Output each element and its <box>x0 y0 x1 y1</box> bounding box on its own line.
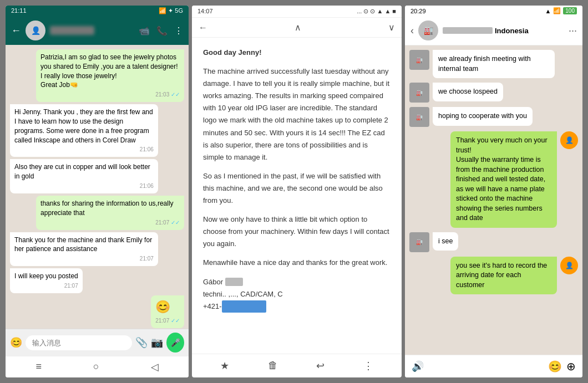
message-item: 🏭 i see <box>409 232 578 252</box>
email-greeting: Good day Jenny! <box>203 47 391 59</box>
message-time: 21:06 <box>14 182 154 190</box>
message-time: 21:07 <box>14 255 154 263</box>
status-bar-2: 14:07 ... ⊙ ⊙ ▲ ▲ ■ <box>192 6 402 18</box>
menu-icon[interactable]: ≡ <box>36 361 42 373</box>
voice-call-icon[interactable]: 📞 <box>156 25 168 36</box>
contact-name-1: Pa—ti <box>50 26 134 35</box>
group-avatar-3: 🏭 <box>418 21 438 40</box>
battery-icon-3: 100 <box>563 7 577 14</box>
back-icon[interactable]: ◁ <box>151 361 159 373</box>
message-item: 🏭 hoping to cooperate with you <box>409 107 578 127</box>
email-signature: Gábor ˉ·ˉncz techni.. ,..., CAD/CAM, C +… <box>203 276 391 313</box>
delete-button[interactable]: 🗑 <box>268 360 278 372</box>
wifi-icon-3: 📶 <box>553 7 561 14</box>
message-text: Patrizia,I am so glad to see the jewelry… <box>40 53 180 90</box>
status-icons-3: ▲ 📶 100 <box>545 7 577 14</box>
message-input[interactable] <box>26 335 132 350</box>
message-bubble: i see <box>433 232 458 251</box>
message-item: 😊 21:07 ✓✓ <box>151 295 184 328</box>
email-body: Good day Jenny! The machine arrived succ… <box>192 38 402 354</box>
header-action-icons: 📹 📞 ⋮ <box>139 25 183 36</box>
message-item: Also they are cut in copper and will loo… <box>10 159 158 193</box>
message-item: 🏭 we already finish meeting with interna… <box>409 50 578 78</box>
email-footer: ★ 🗑 ↩ ⋮ <box>192 354 402 377</box>
message-text: thanks for sharing the information to us… <box>40 199 180 218</box>
message-bubble: Thank you very much on your trust!Usuall… <box>450 131 557 228</box>
message-item: I will keep you posted 21:07 <box>10 268 83 293</box>
emoji-button-3[interactable]: 😊 <box>548 360 562 373</box>
blurred-name <box>443 27 493 34</box>
scroll-up-icon[interactable]: ∧ <box>295 22 301 33</box>
message-text: 😊 <box>155 299 180 316</box>
sender-thumbnail: 🏭 <box>409 50 429 70</box>
chat-messages-3: 🏭 we already finish meeting with interna… <box>405 45 582 355</box>
email-message-panel: 14:07 ... ⊙ ⊙ ▲ ▲ ■ ← ∧ ∨ Good day Jenny… <box>192 6 402 377</box>
whatsapp-chat-panel: 21:11 📶 ✦ 5G ← 👤 Pa—ti 📹 📞 ⋮ Patrizia,I … <box>6 6 189 377</box>
read-tick: ✓✓ <box>171 91 180 98</box>
chat-messages-1: Patrizia,I am so glad to see the jewelry… <box>6 45 189 329</box>
reply-button[interactable]: ↩ <box>316 360 325 372</box>
read-tick: ✓✓ <box>171 318 180 324</box>
message-time: 21:07 <box>14 282 78 290</box>
email-paragraph-4: Menawhile have a nice day and thanks for… <box>203 257 391 269</box>
message-item: Patrizia,I am so glad to see the jewelry… <box>36 49 184 102</box>
email-paragraph-3: Now we only have to think a little bit w… <box>203 213 391 250</box>
video-call-icon[interactable]: 📹 <box>139 25 150 36</box>
signal-icons-1: 📶 ✦ 5G <box>159 7 183 14</box>
home-icon[interactable]: ○ <box>93 361 99 373</box>
signal-icon-3: ▲ <box>545 8 551 14</box>
chat-header-3: ‹ 🏭 Indonesia ··· <box>405 16 582 45</box>
message-bubble: hoping to cooperate with you <box>433 107 533 126</box>
audio-button[interactable]: 🔊 <box>412 360 424 372</box>
voice-message-button[interactable]: 🎤 <box>166 333 184 353</box>
message-text: Hi Jenny. Thank you , they are the first… <box>14 108 154 145</box>
status-icons-2: ... ⊙ ⊙ ▲ ▲ ■ <box>357 8 396 15</box>
more-options-icon[interactable]: ⋮ <box>174 25 183 36</box>
camera-button[interactable]: 📷 <box>151 336 163 349</box>
read-tick: ✓✓ <box>171 219 180 226</box>
message-item: you see it's hard to record the arriving… <box>450 257 578 295</box>
chat-footer-3: 🔊 😊 ⊕ <box>405 355 582 377</box>
message-item: Thank you for the machine and thank Emil… <box>10 232 158 267</box>
scroll-down-icon[interactable]: ∨ <box>388 22 395 33</box>
message-text: Thank you for the machine and thank Emil… <box>14 236 154 254</box>
message-time: 21:07 ✓✓ <box>40 219 180 227</box>
message-text: Also they are cut in copper and will loo… <box>14 162 154 181</box>
sender-thumbnail: 🏭 <box>409 107 429 127</box>
sender-thumbnail: 🏭 <box>409 83 429 103</box>
sender-thumbnail: 🏭 <box>409 232 429 252</box>
message-bubble: we already finish meeting with internal … <box>433 50 555 78</box>
message-bubble: we choose lospeed <box>433 83 503 101</box>
email-paragraph-2: So as I mentioned in the past, if we wil… <box>203 170 391 207</box>
my-avatar: 👤 <box>560 131 578 149</box>
star-button[interactable]: ★ <box>220 360 229 372</box>
message-item: Thank you very much on your trust!Usuall… <box>450 131 578 228</box>
back-button-3[interactable]: ‹ <box>410 25 414 37</box>
back-button-2[interactable]: ← <box>199 23 207 33</box>
add-button-3[interactable]: ⊕ <box>566 360 576 373</box>
chat-title-area: Indonesia <box>443 27 564 35</box>
indonesia-chat-panel: 20:29 ▲ 📶 100 ‹ 🏭 Indonesia ··· 🏭 <box>405 6 582 377</box>
chat-country: Indonesia <box>495 27 529 35</box>
contact-avatar-1: 👤 <box>26 21 45 40</box>
message-bubble: you see it's hard to record the arriving… <box>450 257 557 295</box>
status-bar-3: 20:29 ▲ 📶 100 <box>405 6 582 16</box>
more-options-button-3[interactable]: ··· <box>569 25 577 37</box>
android-nav-bar: ≡ ○ ◁ <box>6 356 189 377</box>
status-bar-1: 21:11 📶 ✦ 5G <box>6 6 189 16</box>
chat-header-1: ← 👤 Pa—ti 📹 📞 ⋮ <box>6 16 189 45</box>
attachment-button[interactable]: 📎 <box>135 336 148 349</box>
email-nav: ← ∧ ∨ <box>192 18 402 38</box>
back-button-1[interactable]: ← <box>11 25 21 37</box>
my-avatar: 👤 <box>560 257 578 274</box>
message-time: 21:07 ✓✓ <box>155 317 180 325</box>
emoji-button[interactable]: 😊 <box>10 336 22 349</box>
email-paragraph-1: The machine arrived successfully last tu… <box>203 65 391 164</box>
time-1: 21:11 <box>11 7 27 14</box>
message-item: 🏭 we choose lospeed <box>409 83 578 103</box>
more-options-button[interactable]: ⋮ <box>363 360 373 372</box>
time-3: 20:29 <box>410 8 426 14</box>
message-item: thanks for sharing the information to us… <box>36 196 184 230</box>
chat-input-area: 😊 📎 📷 🎤 <box>6 329 189 356</box>
message-time: 21:03 ✓✓ <box>40 91 180 99</box>
